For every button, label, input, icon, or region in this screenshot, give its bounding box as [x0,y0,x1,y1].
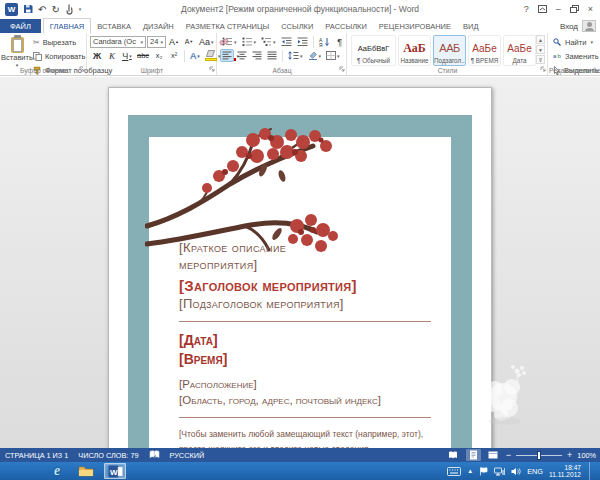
superscript-button[interactable]: x² [167,49,181,62]
zoom-in-button[interactable]: + [567,451,572,460]
shading-button[interactable] [306,49,324,62]
font-size-combo[interactable]: 24▾ [147,36,166,48]
print-layout-icon [469,450,478,460]
avatar[interactable] [582,20,596,32]
bullets-icon [222,37,233,46]
action-center-button[interactable] [479,462,488,480]
save-button[interactable] [23,4,33,14]
clipboard-dialog-launcher[interactable] [79,65,85,74]
style-time[interactable]: АаБе¶ ВРЕМЯ [468,35,501,66]
read-mode-button[interactable] [446,449,461,461]
touch-keyboard-button[interactable] [447,462,461,480]
taskbar-file-explorer[interactable] [75,463,97,479]
sign-in-label: Вход [560,22,578,31]
language-indicator[interactable]: РУССКИЙ [170,451,205,460]
text-effects-button[interactable]: А [188,49,202,62]
tab-file[interactable]: ФАЙЛ [0,19,41,33]
taskbar-word[interactable]: W [104,463,126,479]
web-layout-button[interactable] [486,449,501,461]
sort-button[interactable]: АЯ [317,35,332,48]
instructions-text[interactable]: [Чтобы заменить любой замещающий текст (… [179,427,431,448]
input-language-indicator[interactable]: ENG [527,467,543,476]
style-title[interactable]: АаБНазвание [398,35,431,66]
event-subtitle-placeholder[interactable]: [Подзаголовок мероприятия] [179,295,431,312]
decrease-indent-button[interactable] [279,35,294,48]
styles-scroll-down[interactable]: ▼ [536,45,545,54]
change-case-button[interactable]: Аа [197,35,216,48]
font-dialog-launcher[interactable] [209,65,215,74]
font-family-combo[interactable]: Candara (Ос▾ [90,36,146,48]
taskbar-internet-explorer[interactable]: e [46,463,68,479]
align-right-button[interactable] [250,49,264,62]
touch-mode-button[interactable] [65,4,74,15]
taskbar-clock[interactable]: 18:47 11.11.2012 [549,464,581,479]
increase-indent-button[interactable] [295,35,310,48]
tab-review[interactable]: РЕЦЕНЗИРОВАНИЕ [373,19,457,33]
word-logo-icon[interactable]: W [5,3,18,16]
borders-button[interactable] [324,49,342,62]
align-center-button[interactable] [235,49,249,62]
paragraph-dialog-launcher[interactable] [339,65,345,74]
line-spacing-button[interactable] [286,49,305,62]
grow-font-button[interactable]: А▲ [167,35,181,48]
bullets-button[interactable] [220,35,239,48]
styles-more-button[interactable]: ⊽ [536,55,545,64]
restore-button[interactable] [570,5,579,13]
style-subtitle[interactable]: ААБПодзагол... [433,35,466,66]
volume-button[interactable] [511,462,521,480]
tab-home[interactable]: ГЛАВНАЯ [43,18,91,34]
justify-button[interactable] [265,49,279,62]
styles-dialog-launcher[interactable] [540,65,546,74]
show-formatting-button[interactable]: ¶ [333,35,347,48]
address-placeholder[interactable]: [Область, город, адрес, почтовый индекс] [179,393,431,409]
italic-button[interactable]: К [105,49,119,62]
minimize-button[interactable]: – [556,2,561,16]
network-button[interactable] [494,462,505,480]
print-layout-button[interactable] [466,449,481,461]
tab-view[interactable]: ВИД [457,19,484,33]
find-button[interactable]: Найти [553,36,600,48]
underline-button[interactable]: Ч [120,49,134,62]
close-button[interactable]: × [588,2,593,16]
numbering-button[interactable] [240,35,259,48]
ribbon-display-options-button[interactable] [538,5,547,13]
show-desktop-button[interactable] [589,462,592,480]
subscript-button[interactable]: x₂ [152,49,166,62]
time-placeholder[interactable]: [Время] [179,350,431,369]
word-count[interactable]: ЧИСЛО СЛОВ: 79 [78,451,138,460]
align-left-button[interactable] [220,49,234,62]
shrink-font-button[interactable]: А▼ [182,35,196,48]
strikethrough-button[interactable]: abc [135,49,151,62]
tab-mailings[interactable]: РАССЫЛКИ [319,19,373,33]
zoom-out-button[interactable]: − [506,451,511,460]
show-hidden-icons-button[interactable]: ▲ [467,468,473,474]
event-description-placeholder[interactable]: [Краткое описаниемероприятия] [179,240,431,273]
styles-scroll-up[interactable]: ▲ [536,35,545,44]
document-page[interactable]: [Краткое описаниемероприятия] [Заголовок… [108,87,492,448]
paragraph-group-label: Абзац [218,67,346,74]
zoom-level[interactable]: 100% [577,451,596,460]
event-title-placeholder[interactable]: [Заголовок мероприятия] [179,276,431,295]
bold-button[interactable]: Ж [90,49,104,62]
style-normal[interactable]: АаБбВвГ¶ Обычный [351,35,396,66]
date-placeholder[interactable]: [Дата] [179,331,431,350]
tab-design[interactable]: ДИЗАЙН [137,19,180,33]
zoom-slider-thumb[interactable] [537,451,541,460]
undo-button[interactable]: ↶ [38,3,46,16]
proofing-button[interactable] [149,450,160,461]
tab-references[interactable]: ССЫЛКИ [275,19,319,33]
tab-insert[interactable]: ВСТАВКА [91,19,137,33]
redo-button[interactable]: ↻ [51,3,59,16]
customize-qat-button[interactable]: ▾ [79,6,82,12]
multilevel-list-button[interactable] [259,35,278,48]
style-date[interactable]: АаБеДата [503,35,536,66]
help-button[interactable]: ? [524,2,529,16]
page-indicator[interactable]: СТРАНИЦА 1 ИЗ 1 [5,451,68,460]
tab-page-layout[interactable]: РАЗМЕТКА СТРАНИЦЫ [180,19,275,33]
collapse-ribbon-button[interactable]: ⌃ [592,66,597,73]
sign-in[interactable]: Вход [560,20,596,32]
location-placeholder[interactable]: [Расположение] [179,377,431,393]
touch-mode-icon [65,4,74,15]
replace-button[interactable]: abЗаменить [553,50,600,62]
zoom-slider[interactable] [516,451,562,460]
